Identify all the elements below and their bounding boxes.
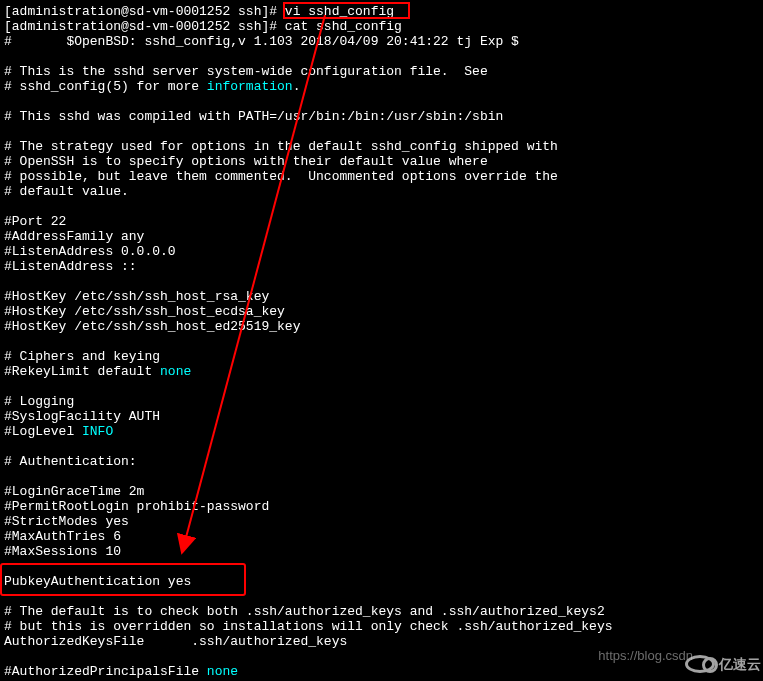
terminal-text-segment: #HostKey /etc/ssh/ssh_host_ed25519_key — [4, 319, 300, 334]
terminal-text-segment: # Logging — [4, 394, 74, 409]
terminal-text-segment — [4, 589, 12, 604]
watermark-url: https://blog.csdn — [598, 648, 693, 663]
terminal-output: [administration@sd-vm-0001252 ssh]# vi s… — [4, 4, 759, 679]
terminal-text-segment: #HostKey /etc/ssh/ssh_host_ecdsa_key — [4, 304, 285, 319]
terminal-line: #HostKey /etc/ssh/ssh_host_ecdsa_key — [4, 304, 759, 319]
terminal-line: PubkeyAuthentication yes — [4, 574, 759, 589]
terminal-text-segment: # OpenSSH is to specify options with the… — [4, 154, 488, 169]
terminal-line: #ListenAddress 0.0.0.0 — [4, 244, 759, 259]
terminal-line — [4, 469, 759, 484]
terminal-line: #StrictModes yes — [4, 514, 759, 529]
terminal-line: #PermitRootLogin prohibit-password — [4, 499, 759, 514]
terminal-line: # but this is overridden so installation… — [4, 619, 759, 634]
terminal-text-segment: # This sshd was compiled with PATH=/usr/… — [4, 109, 503, 124]
terminal-line: # This sshd was compiled with PATH=/usr/… — [4, 109, 759, 124]
terminal-line — [4, 589, 759, 604]
terminal-line: #HostKey /etc/ssh/ssh_host_ed25519_key — [4, 319, 759, 334]
terminal-text-segment — [4, 379, 12, 394]
terminal-line — [4, 334, 759, 349]
terminal-line: # sshd_config(5) for more information. — [4, 79, 759, 94]
terminal-text-segment: . — [293, 79, 301, 94]
terminal-text-segment: # sshd_config(5) for more — [4, 79, 207, 94]
terminal-text-segment: #ListenAddress :: — [4, 259, 137, 274]
terminal-text-segment: INFO — [82, 424, 113, 439]
terminal-line: #ListenAddress :: — [4, 259, 759, 274]
terminal-line: # possible, but leave them commented. Un… — [4, 169, 759, 184]
terminal-line — [4, 124, 759, 139]
terminal-line: # Ciphers and keying — [4, 349, 759, 364]
terminal-line: [administration@sd-vm-0001252 ssh]# cat … — [4, 19, 759, 34]
terminal-line: #Port 22 — [4, 214, 759, 229]
terminal-line — [4, 559, 759, 574]
terminal-line: # default value. — [4, 184, 759, 199]
terminal-line — [4, 94, 759, 109]
terminal-text-segment: # default value. — [4, 184, 129, 199]
terminal-text-segment: #SyslogFacility AUTH — [4, 409, 160, 424]
terminal-text-segment — [4, 559, 12, 574]
terminal-line: # $OpenBSD: sshd_config,v 1.103 2018/04/… — [4, 34, 759, 49]
terminal-text-segment: # possible, but leave them commented. Un… — [4, 169, 558, 184]
terminal-text-segment: # This is the sshd server system-wide co… — [4, 64, 488, 79]
watermark-logo-text: 亿速云 — [719, 657, 761, 672]
terminal-line: #HostKey /etc/ssh/ssh_host_rsa_key — [4, 289, 759, 304]
terminal-text-segment: #RekeyLimit default — [4, 364, 160, 379]
terminal-text-segment: AuthorizedKeysFile .ssh/authorized_keys — [4, 634, 347, 649]
terminal-text-segment: # Ciphers and keying — [4, 349, 160, 364]
logo-icon — [685, 655, 715, 673]
terminal-text-segment: # The strategy used for options in the d… — [4, 139, 558, 154]
terminal-line: AuthorizedKeysFile .ssh/authorized_keys — [4, 634, 759, 649]
terminal-text-segment: #AddressFamily any — [4, 229, 144, 244]
terminal-line — [4, 49, 759, 64]
terminal-text-segment: #ListenAddress 0.0.0.0 — [4, 244, 176, 259]
terminal-text-segment: #Port 22 — [4, 214, 66, 229]
terminal-line — [4, 274, 759, 289]
terminal-text-segment — [4, 274, 12, 289]
terminal-text-segment: #LoginGraceTime 2m — [4, 484, 144, 499]
terminal-line: #LogLevel INFO — [4, 424, 759, 439]
terminal-line: # The strategy used for options in the d… — [4, 139, 759, 154]
terminal-text-segment — [4, 199, 12, 214]
terminal-line: #MaxSessions 10 — [4, 544, 759, 559]
terminal-text-segment: [administration@sd-vm-0001252 ssh]# — [4, 4, 285, 19]
terminal-text-segment: # Authentication: — [4, 454, 137, 469]
terminal-line: [administration@sd-vm-0001252 ssh]# vi s… — [4, 4, 759, 19]
terminal-text-segment — [4, 439, 12, 454]
terminal-text-segment: #MaxAuthTries 6 — [4, 529, 121, 544]
terminal-line: #SyslogFacility AUTH — [4, 409, 759, 424]
terminal-text-segment: #PermitRootLogin prohibit-password — [4, 499, 269, 514]
terminal-text-segment: # The default is to check both .ssh/auth… — [4, 604, 605, 619]
terminal-line: #RekeyLimit default none — [4, 364, 759, 379]
terminal-text-segment: none — [160, 364, 191, 379]
watermark-logo: 亿速云 — [685, 655, 761, 673]
terminal-line: #AddressFamily any — [4, 229, 759, 244]
terminal-line: # Logging — [4, 394, 759, 409]
terminal-text-segment: PubkeyAuthentication yes — [4, 574, 191, 589]
terminal-text-segment: information — [207, 79, 293, 94]
terminal-text-segment: [administration@sd-vm-0001252 ssh]# cat … — [4, 19, 402, 34]
terminal-line — [4, 199, 759, 214]
terminal-text-segment — [4, 334, 12, 349]
terminal-text-segment: vi sshd_config — [285, 4, 394, 19]
terminal-line: # This is the sshd server system-wide co… — [4, 64, 759, 79]
terminal-text-segment: # but this is overridden so installation… — [4, 619, 613, 634]
terminal-text-segment: #AuthorizedPrincipalsFile — [4, 664, 207, 679]
terminal-line — [4, 439, 759, 454]
terminal-line: #MaxAuthTries 6 — [4, 529, 759, 544]
terminal-text-segment — [4, 124, 12, 139]
terminal-text-segment: #StrictModes yes — [4, 514, 129, 529]
terminal-text-segment — [4, 94, 12, 109]
terminal-text-segment: # $OpenBSD: sshd_config,v 1.103 2018/04/… — [4, 34, 519, 49]
terminal-text-segment: none — [207, 664, 238, 679]
terminal-line — [4, 379, 759, 394]
terminal-text-segment — [4, 469, 12, 484]
terminal-text-segment: #MaxSessions 10 — [4, 544, 121, 559]
terminal-line: # The default is to check both .ssh/auth… — [4, 604, 759, 619]
terminal-text-segment: #HostKey /etc/ssh/ssh_host_rsa_key — [4, 289, 269, 304]
terminal-line: # OpenSSH is to specify options with the… — [4, 154, 759, 169]
terminal-line: #AuthorizedPrincipalsFile none — [4, 664, 759, 679]
terminal-text-segment — [4, 649, 12, 664]
terminal-line: # Authentication: — [4, 454, 759, 469]
terminal-text-segment — [4, 49, 12, 64]
terminal-line: #LoginGraceTime 2m — [4, 484, 759, 499]
terminal-text-segment: #LogLevel — [4, 424, 82, 439]
